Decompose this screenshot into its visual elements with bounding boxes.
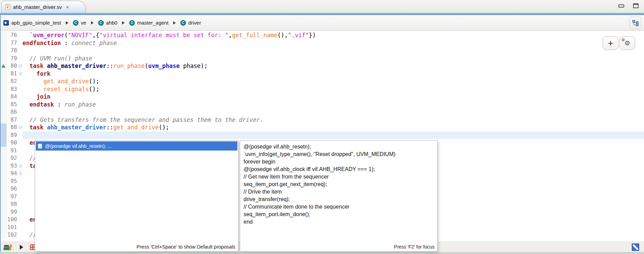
settings-button[interactable]: ⚙	[619, 36, 635, 50]
breadcrumb-label: ve	[81, 20, 86, 26]
completion-popup: @(posedge vif.ahb_resetn); ... Press 'Ct…	[35, 140, 238, 252]
code-line-76[interactable]: 76 `uvm_error("NOVIF",{"virtual interfac…	[0, 31, 644, 39]
line-number: 84	[7, 93, 18, 101]
sv-file-icon: v	[5, 4, 10, 10]
code-line-80[interactable]: 80 task ahb_master_driver::run_phase(uvm…	[0, 62, 644, 70]
code-line-89[interactable]: 89	[0, 131, 644, 139]
line-number: 91	[7, 147, 18, 155]
window-controls	[618, 3, 639, 8]
line-number: 85	[7, 101, 18, 109]
line-number: 77	[7, 39, 18, 47]
marker-gutter	[0, 178, 7, 185]
line-number: 93	[7, 162, 18, 170]
add-button[interactable]: +	[603, 36, 618, 50]
marker-gutter	[0, 185, 7, 193]
breadcrumb-item-driver[interactable]: Cdriver	[180, 20, 201, 26]
line-number: 80	[7, 62, 18, 70]
code-line-79[interactable]: 79 // UVM run() phase	[0, 55, 644, 62]
line-number: 101	[7, 224, 18, 231]
range-indicator	[0, 131, 7, 139]
code-text: // UVM run() phase	[23, 55, 644, 62]
code-line-87[interactable]: 87 // Gets transfers from the sequencer …	[0, 116, 644, 124]
fold-gutter	[18, 139, 23, 147]
detail-code-line: // Drive the item	[244, 188, 437, 196]
code-line-81[interactable]: 81 fork	[0, 70, 644, 78]
completion-proposal-selected[interactable]: @(posedge vif.ahb_resetn); ...	[36, 141, 237, 151]
code-line-86[interactable]: 86	[0, 108, 644, 116]
fold-gutter	[18, 170, 23, 178]
breadcrumb-item-apb_gpio_simple_test[interactable]: apb_gpio_simple_test	[3, 20, 61, 26]
code-line-84[interactable]: 84 join	[0, 93, 644, 101]
line-number: 86	[7, 108, 18, 116]
code-line-82[interactable]: 82 get_and_drive();	[0, 77, 644, 85]
console-icon[interactable]	[632, 243, 639, 251]
fold-collapse-icon[interactable]	[19, 126, 22, 129]
tab-ahb-master-driver[interactable]: v ahb_master_driver.sv ×	[1, 1, 86, 13]
marker-gutter	[0, 77, 7, 85]
breadcrumb-item-ve[interactable]: Cve	[73, 20, 86, 26]
breadcrumb-arrow-icon	[122, 21, 125, 25]
fold-gutter	[18, 93, 23, 101]
marker-gutter	[0, 108, 7, 116]
line-number: 96	[7, 185, 18, 193]
code-line-83[interactable]: 83 reset_signals();	[0, 85, 644, 93]
code-text: task ahb_master_driver::get_and_drive();	[23, 124, 644, 131]
editor-overlay-buttons: + ⚙	[603, 36, 635, 50]
fold-gutter	[18, 108, 23, 116]
line-number: 95	[7, 178, 18, 185]
detail-code-line: seq_item_port.get_next_item(req);	[244, 181, 437, 188]
detail-status-text: Press 'F2' for focus	[394, 244, 435, 250]
code-line-77[interactable]: 77endfunction : connect_phase	[0, 39, 644, 47]
hierarchy-toggle-button[interactable]	[630, 17, 641, 29]
maximize-icon[interactable]	[633, 3, 639, 8]
close-icon[interactable]: ×	[66, 4, 69, 10]
books-icon[interactable]	[3, 243, 13, 251]
fold-collapse-icon[interactable]	[19, 164, 22, 168]
fold-gutter	[18, 178, 23, 185]
marker-gutter	[0, 70, 7, 78]
line-number: 97	[7, 193, 18, 201]
fold-collapse-icon[interactable]	[19, 64, 22, 68]
breadcrumb-label: driver	[188, 20, 201, 26]
component-icon	[3, 20, 9, 26]
breadcrumb-arrow-icon	[91, 21, 93, 25]
marker-gutter	[0, 208, 7, 216]
breadcrumb-item-master_agent[interactable]: Cmaster_agent	[129, 20, 169, 26]
fold-gutter	[18, 231, 23, 239]
marker-gutter	[0, 31, 7, 39]
fold-gutter	[18, 31, 23, 39]
breadcrumb-label: ahb0	[106, 20, 117, 26]
fold-collapse-icon[interactable]	[19, 72, 22, 75]
line-number: 76	[7, 31, 18, 39]
marker-gutter	[0, 216, 7, 224]
code-line-88[interactable]: 88 task ahb_master_driver::get_and_drive…	[0, 124, 644, 131]
fold-gutter	[18, 131, 23, 139]
fold-gutter	[18, 47, 23, 55]
tab-title: ahb_master_driver.sv	[13, 4, 62, 10]
fold-gutter	[18, 55, 23, 62]
detail-code-line: seq_item_port.item_done();	[244, 211, 437, 218]
marker-gutter	[0, 85, 7, 93]
breadcrumb-item-ahb0[interactable]: Cahb0	[98, 20, 117, 26]
line-number: 100	[7, 216, 18, 224]
detail-code-line: forever begin	[244, 158, 437, 166]
line-number: 83	[7, 85, 18, 93]
line-number: 90	[7, 139, 18, 147]
fold-gutter	[18, 116, 23, 124]
fold-gutter	[18, 124, 23, 131]
fold-collapse-icon[interactable]	[19, 172, 22, 175]
code-line-78[interactable]: 78	[0, 47, 644, 55]
editor-left-border	[0, 15, 1, 252]
detail-code-line: // Get new item from the sequencer	[244, 173, 437, 181]
gear-icon: ⚙	[624, 40, 630, 46]
line-number: 98	[7, 200, 18, 208]
code-line-85[interactable]: 85 endtask : run_phase	[0, 101, 644, 109]
marker-gutter	[0, 62, 7, 70]
minimize-icon[interactable]	[618, 4, 624, 8]
class-icon: C	[129, 20, 135, 26]
edit-location-marker-icon	[1, 64, 5, 68]
marker-gutter	[0, 224, 7, 231]
play-icon[interactable]	[20, 245, 23, 250]
line-number: 87	[7, 116, 18, 124]
fold-gutter	[18, 208, 23, 216]
